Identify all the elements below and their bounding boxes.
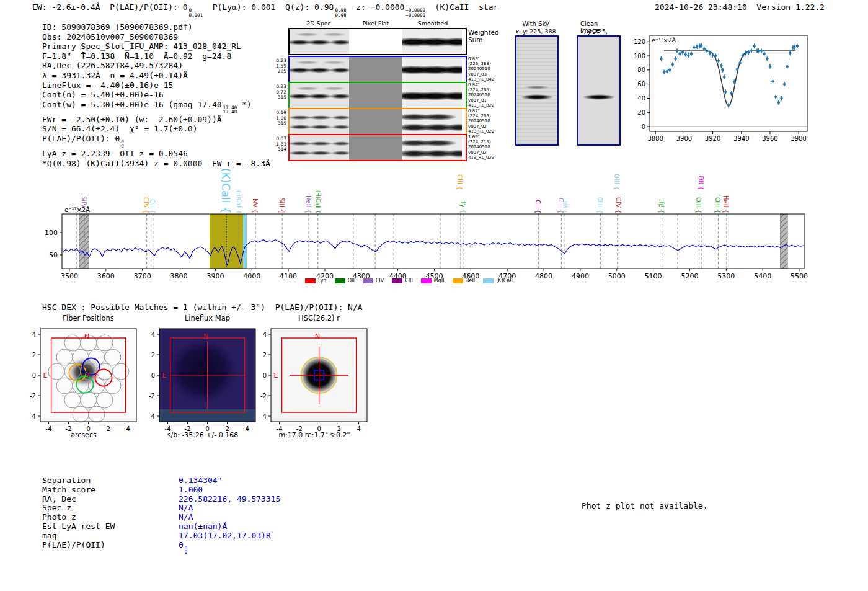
- legend-swatch: [453, 278, 463, 283]
- subscript: 0: [185, 550, 188, 555]
- tick-label: 5000: [608, 272, 626, 280]
- cutout-right-value: v007_02: [468, 150, 495, 155]
- data-point: [789, 51, 792, 55]
- tick-label: 3940: [733, 135, 749, 142]
- table-row: Match score1.000: [42, 486, 280, 495]
- tick-label: 3920: [705, 135, 720, 142]
- tick-label: 60: [637, 81, 645, 87]
- table-row-label: Photo z: [42, 513, 179, 522]
- subscript: 0.001: [188, 13, 203, 18]
- emission-line-label: OII {: [149, 199, 156, 213]
- info-line-post: *): [237, 100, 251, 109]
- cutout-right-value: (224, 205): [468, 113, 495, 118]
- tick-label: 2: [151, 352, 155, 358]
- cutout-right-value: v007_02: [468, 124, 495, 129]
- tick-label: 3800: [170, 272, 188, 280]
- cutout-right-value: 0.84": [468, 82, 495, 87]
- info-line-text: EWr = -2.50(±0.10) (w: -2.60(±0.09))Å: [42, 115, 222, 124]
- full-spectrum-svg: 3500360037003800390040004100420043004400…: [0, 161, 868, 291]
- info-line-text: LineFlux = -4.40(±0.16)e-15: [42, 81, 173, 90]
- map-title: Lineflux Map: [159, 314, 255, 322]
- header-segment: (K)CaII star: [425, 2, 498, 12]
- tick-label: -4: [260, 413, 267, 420]
- emission-line-label: HeII {: [305, 195, 312, 213]
- cutout-right-value: 20240510: [468, 66, 495, 71]
- table-row: Est LyA rest-EWnan(±nan)Å: [42, 522, 280, 531]
- spectrum-line: [63, 240, 804, 266]
- tick-label: 4: [32, 331, 36, 338]
- info-line: λ = 3931.32Å σ = 4.49(±0.14)Å: [42, 71, 270, 81]
- cutout-row-left-labels: 0.231.59295: [273, 58, 286, 74]
- map-xlabel: m:17.0 re:1.7" s:0.2": [255, 431, 373, 439]
- cutout-right-value: (224, 205): [468, 87, 495, 92]
- subscript: 0.98: [335, 13, 346, 18]
- map-xlabel: arcsecs: [25, 431, 143, 439]
- masked-band: [79, 214, 89, 269]
- sky-panel-image: [577, 35, 621, 146]
- cutout-left-value: 314: [273, 147, 286, 153]
- subscript: 17.40: [223, 110, 237, 115]
- tick-label: 4: [263, 331, 267, 338]
- cutout-image-smoothed: [402, 83, 462, 108]
- cutout-row-right-labels: 0.84"(224, 205)20240510v007_01413_RL_022: [468, 82, 495, 108]
- emission-line-label: (H)CaII {: [236, 190, 242, 213]
- header-segment: z: −0.0000: [346, 2, 404, 12]
- cutout-right-value: 413_RL_023: [468, 155, 495, 160]
- tick-label: 100: [634, 53, 645, 60]
- emission-line-label: CIII {: [456, 174, 463, 190]
- data-point: [753, 44, 756, 48]
- data-point: [721, 68, 724, 72]
- data-point: [711, 53, 714, 57]
- info-line: LyA z = 2.2339 OII z = 0.0546: [42, 149, 270, 159]
- cutout-image-smoothed: [402, 135, 462, 160]
- data-point: [687, 53, 690, 57]
- header-segment: EW: -2.6±-0.4Å: [32, 2, 100, 12]
- table-row: Separation0.134304": [42, 476, 280, 486]
- info-line: Obs: 20240510v007_5090078369: [42, 32, 270, 42]
- tick-label: -2: [30, 393, 36, 399]
- cutout-right-value: 413_RL_022: [468, 103, 495, 108]
- data-point: [738, 61, 742, 64]
- detection-info-block: ID: 5090078369 (5090078369.pdf)Obs: 2024…: [42, 22, 270, 168]
- table-row-value: 1.000: [179, 486, 203, 495]
- lineflux-blob: [164, 335, 241, 407]
- info-line: Cont(n) = 5.40(±0.00)e-16: [42, 90, 270, 100]
- cutout-image-smoothed: [402, 29, 462, 54]
- emission-line-label: CII {: [534, 200, 541, 213]
- cutout-column-header: 2D Spec: [306, 20, 331, 27]
- data-point: [760, 49, 763, 53]
- emission-line-label: OIII {: [714, 197, 721, 213]
- legend-swatch: [421, 278, 432, 283]
- cutout-row-left-labels: 0.230.72315: [273, 84, 286, 100]
- spec2d-cutout-grid: 2D SpecPixel FlatSmoothedWeightedSum0.23…: [273, 19, 508, 164]
- sky-panel-image: [515, 35, 559, 146]
- legend-label: CIII: [405, 278, 413, 283]
- table-row: Photo zN/A: [42, 513, 280, 522]
- legend-label: CIV: [376, 278, 384, 283]
- super-subscript: 0.980.98: [334, 8, 346, 17]
- cutout-right-value: 0.85": [468, 56, 495, 61]
- cutout-row-right-labels: 0.87"(224, 205)20240510v007_02413_RL_022: [468, 109, 495, 134]
- cutout-image-2dspec: [290, 135, 349, 160]
- emission-line-label: CIV {: [615, 197, 622, 213]
- cutout-left-value: 295: [273, 69, 286, 74]
- tick-label: 4000: [243, 272, 260, 280]
- cutout-row: [288, 56, 467, 83]
- cutout-right-value: 413_RL_022: [468, 129, 495, 134]
- data-point: [782, 82, 786, 86]
- data-point: [678, 51, 681, 55]
- emission-line-label: Hβ {: [658, 199, 665, 213]
- tick-label: 5300: [717, 272, 735, 280]
- table-row: RA, Dec226.582216, 49.573315: [42, 495, 280, 504]
- info-line-text: P(LAE)/P(OII): 0: [42, 134, 120, 143]
- data-point: [777, 100, 780, 104]
- compass-north: N: [84, 332, 89, 340]
- table-row-value: 0.134304": [179, 476, 222, 486]
- tick-label: 5400: [754, 272, 771, 280]
- cutout-image-smoothed: [402, 109, 462, 134]
- tick-label: 4100: [280, 272, 297, 280]
- lineflux-edge: [159, 409, 255, 422]
- tick-label: -4: [149, 413, 155, 420]
- legend-item: CIII: [392, 278, 413, 283]
- tick-label: 3900: [206, 272, 224, 280]
